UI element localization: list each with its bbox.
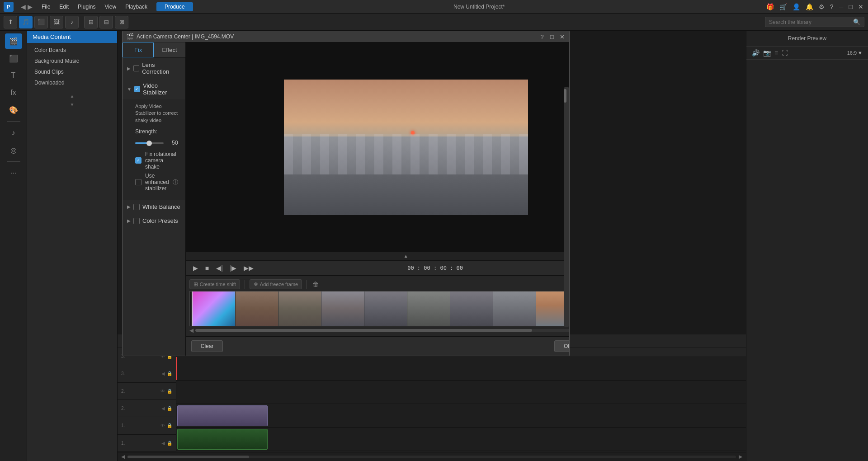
- lens-correction-checkbox[interactable]: [133, 65, 139, 71]
- track-lock-icon-2[interactable]: 🔒: [167, 371, 172, 376]
- white-balance-header[interactable]: ▶ White Balance: [123, 200, 185, 214]
- view-toggle-1[interactable]: ⊞: [84, 16, 98, 28]
- snapshot-icon[interactable]: 📷: [763, 49, 771, 56]
- photos-button[interactable]: 🖼: [50, 16, 63, 28]
- delete-clip-button[interactable]: 🗑: [311, 280, 320, 289]
- strength-slider-thumb[interactable]: [146, 141, 152, 146]
- create-time-shift-button[interactable]: ⊞ Create time shift: [189, 279, 240, 289]
- cart-icon[interactable]: 🛒: [778, 2, 788, 11]
- dialog-close-button[interactable]: ✕: [558, 33, 566, 40]
- menu-edit[interactable]: Edit: [57, 3, 71, 11]
- track-lock-icon-4[interactable]: 🔒: [167, 406, 172, 411]
- track-eye-icon-3[interactable]: 👁: [160, 423, 165, 428]
- sidebar-audio-icon[interactable]: ♪: [5, 125, 22, 141]
- timeline-scrollbar[interactable]: [127, 456, 736, 458]
- video-stabilizer-header[interactable]: ▼ ✓ Video Stabilizer: [123, 79, 185, 99]
- clip-timeline: ⊞ Create time shift ❄ Add freeze frame 🗑: [186, 275, 569, 336]
- sidebar-effects-icon[interactable]: fx: [5, 85, 22, 100]
- dialog-restore-button[interactable]: □: [548, 33, 556, 40]
- forward-button[interactable]: ▶: [28, 3, 33, 10]
- scroll-up-arrow[interactable]: ▲: [68, 92, 76, 100]
- lens-correction-header[interactable]: ▶ Lens Correction: [123, 58, 185, 79]
- track-lock-icon-6[interactable]: 🔒: [167, 441, 172, 446]
- track-lock-icon-5[interactable]: 🔒: [167, 423, 172, 428]
- fullscreen-icon[interactable]: ⛶: [782, 49, 788, 56]
- fix-content: ▶ Lens Correction ▼ ✓ Video Stabilizer A…: [123, 58, 185, 356]
- import-button[interactable]: ⬆: [4, 16, 17, 28]
- captions-icon[interactable]: ≡: [774, 49, 778, 56]
- restore-button[interactable]: □: [848, 2, 854, 11]
- track-lock-icon-3[interactable]: 🔒: [167, 389, 172, 394]
- media-panel-item-downloaded[interactable]: Downloaded: [27, 77, 117, 88]
- music-button[interactable]: ♪: [65, 16, 79, 28]
- audio-clip-2[interactable]: [177, 429, 268, 450]
- enhanced-stabilizer-checkbox[interactable]: [135, 179, 142, 185]
- sidebar-mask-icon[interactable]: ◎: [5, 142, 22, 158]
- tl-divider: [245, 280, 245, 289]
- next-frame-button[interactable]: |▶: [228, 263, 239, 273]
- media-button[interactable]: 🎵: [19, 16, 33, 28]
- enhanced-info-icon[interactable]: ⓘ: [173, 179, 178, 186]
- help-icon[interactable]: ?: [829, 2, 835, 11]
- clear-button[interactable]: Clear: [191, 340, 223, 352]
- strip-scroll-left[interactable]: ◀: [189, 327, 193, 334]
- tab-fix[interactable]: Fix: [123, 42, 154, 57]
- menu-plugins[interactable]: Plugins: [76, 3, 97, 11]
- titles-button[interactable]: ⬛: [34, 16, 48, 28]
- sidebar-text-icon[interactable]: T: [5, 68, 22, 83]
- media-panel-item-color-boards[interactable]: Color Boards: [27, 45, 117, 56]
- menu-view[interactable]: View: [103, 3, 118, 11]
- view-toggle-2[interactable]: ⊟: [99, 16, 113, 28]
- track-audio-icon-3[interactable]: ◀: [161, 441, 165, 446]
- fix-rotational-checkbox[interactable]: ✓: [135, 157, 142, 164]
- video-stabilizer-checkbox[interactable]: ✓: [134, 86, 140, 92]
- search-input[interactable]: [769, 19, 850, 25]
- fast-forward-button[interactable]: ▶▶: [242, 263, 255, 273]
- track-audio-icon[interactable]: ◀: [161, 371, 165, 376]
- volume-icon[interactable]: 🔊: [752, 49, 760, 56]
- scroll-down-arrow[interactable]: ▼: [68, 100, 76, 109]
- timeline-scroll-left[interactable]: ◀: [121, 454, 125, 460]
- right-panel: Render Preview 🔊 📷 ≡ ⛶ 16:9 ▼: [746, 31, 868, 461]
- media-panel-item-bg-music[interactable]: Background Music: [27, 56, 117, 66]
- back-button[interactable]: ◀: [21, 3, 26, 10]
- strip-scrollbar-thumb: [195, 329, 533, 332]
- add-freeze-frame-button[interactable]: ❄ Add freeze frame: [250, 279, 302, 289]
- gift-icon[interactable]: 🎁: [765, 2, 775, 11]
- color-presets-checkbox[interactable]: [133, 218, 140, 224]
- fix-rotational-row[interactable]: ✓ Fix rotational camera shake: [135, 151, 178, 170]
- settings-icon[interactable]: ⚙: [818, 2, 826, 11]
- track-audio-icon-2[interactable]: ◀: [161, 406, 165, 411]
- sidebar-color-icon[interactable]: 🎨: [5, 102, 22, 118]
- ok-button[interactable]: OK: [554, 340, 569, 352]
- sidebar-media-icon[interactable]: 🎬: [5, 33, 22, 49]
- fix-panel-scrollbar[interactable]: [564, 87, 569, 327]
- stop-button[interactable]: ■: [203, 263, 211, 273]
- close-button[interactable]: ✕: [857, 2, 864, 11]
- timeline-scroll-right[interactable]: ▶: [739, 454, 742, 460]
- white-balance-checkbox[interactable]: [133, 204, 140, 210]
- strip-scrollbar[interactable]: [195, 329, 569, 332]
- menu-file[interactable]: File: [40, 3, 52, 11]
- prev-frame-button[interactable]: ◀|: [214, 263, 225, 273]
- color-presets-header[interactable]: ▶ Color Presets: [123, 214, 185, 228]
- track-eye-icon-2[interactable]: 👁: [160, 389, 165, 394]
- sidebar-transitions-icon[interactable]: ⬛: [5, 51, 22, 66]
- minimize-button[interactable]: ─: [838, 2, 844, 11]
- strength-slider-track[interactable]: [135, 142, 164, 144]
- enhanced-stabilizer-row[interactable]: Use enhanced stabilizer ⓘ: [135, 173, 178, 192]
- play-button[interactable]: ▶: [191, 263, 200, 273]
- alert-icon[interactable]: 🔔: [805, 2, 814, 11]
- menu-playback[interactable]: Playback: [123, 3, 149, 11]
- produce-button[interactable]: Produce: [156, 2, 193, 11]
- video-clip-2[interactable]: [177, 405, 268, 426]
- user-icon[interactable]: 👤: [792, 2, 801, 11]
- dialog-help-button[interactable]: ?: [538, 33, 546, 40]
- media-panel-item-sound-clips[interactable]: Sound Clips: [27, 66, 117, 77]
- sidebar-more-icon[interactable]: ···: [5, 165, 22, 181]
- film-frame-6: [407, 292, 450, 326]
- tab-effect[interactable]: Effect: [154, 42, 185, 57]
- track-row-3v: [176, 357, 746, 381]
- view-toggle-3[interactable]: ⊠: [115, 16, 128, 28]
- aspect-ratio-chevron[interactable]: ▼: [858, 50, 863, 56]
